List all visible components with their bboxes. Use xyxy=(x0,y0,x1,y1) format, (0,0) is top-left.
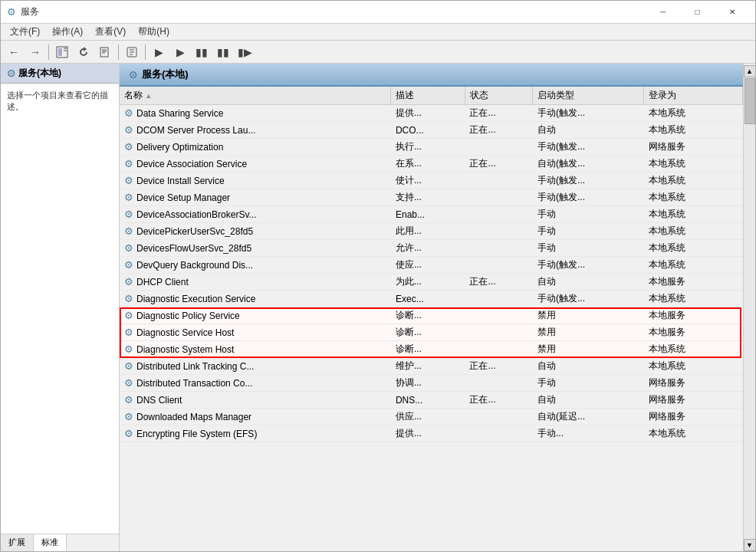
service-startup-cell: 手动(触发... xyxy=(533,139,644,156)
service-login-cell: 本地系统 xyxy=(644,240,743,257)
gear-icon: ⚙ xyxy=(124,175,133,186)
gear-icon: ⚙ xyxy=(124,107,133,119)
col-header-status[interactable]: 状态 xyxy=(465,87,532,105)
forward-button[interactable]: → xyxy=(25,43,45,61)
close-button[interactable]: ✕ xyxy=(715,1,749,24)
export-button[interactable] xyxy=(95,43,115,61)
table-row[interactable]: ⚙ DevicePickerUserSvc_28fd5此用...手动本地系统 xyxy=(120,223,743,240)
service-status-cell: 正在... xyxy=(465,274,532,291)
service-status-cell: 正在... xyxy=(465,392,532,409)
resume-button[interactable]: ▶ xyxy=(170,43,190,61)
table-row[interactable]: ⚙ DCOM Server Process Lau...DCO...正在...自… xyxy=(120,122,743,139)
service-startup-cell: 手动(触发... xyxy=(533,172,644,189)
menu-view[interactable]: 查看(V) xyxy=(89,24,132,40)
service-status-cell xyxy=(465,257,532,274)
service-desc-cell: 协调... xyxy=(391,375,465,392)
service-login-cell: 本地系统 xyxy=(644,291,743,307)
menu-file[interactable]: 文件(F) xyxy=(4,24,46,40)
table-row[interactable]: ⚙ DNS ClientDNS...正在...自动网络服务 xyxy=(120,392,743,409)
service-startup-cell: 自动 xyxy=(533,274,644,291)
service-name-cell: ⚙ Device Setup Manager xyxy=(120,189,391,206)
gear-icon: ⚙ xyxy=(124,394,133,406)
service-icon: ⚙ DevicePickerUserSvc_28fd5 xyxy=(124,225,253,237)
table-row[interactable]: ⚙ Distributed Transaction Co...协调...手动网络… xyxy=(120,375,743,392)
table-row[interactable]: ⚙ DevQuery Background Dis...使应...手动(触发..… xyxy=(120,257,743,274)
scroll-thumb[interactable] xyxy=(744,78,755,124)
show-hide-tree-button[interactable] xyxy=(52,43,72,61)
col-header-name[interactable]: 名称 ▲ xyxy=(120,87,391,105)
window-title: 服务 xyxy=(21,5,39,18)
tab-standard[interactable]: 标准 xyxy=(34,534,67,551)
properties-button[interactable] xyxy=(122,43,142,61)
table-row[interactable]: ⚙ DeviceAssociationBrokerSv...Enab...手动本… xyxy=(120,206,743,223)
service-startup-cell: 手动(触发... xyxy=(533,105,644,122)
service-icon: ⚙ Encrypting File System (EFS) xyxy=(124,428,257,439)
table-row[interactable]: ⚙ DHCP Client为此...正在...自动本地服务 xyxy=(120,274,743,291)
service-status-cell xyxy=(465,189,532,206)
service-desc-cell: 此用... xyxy=(391,223,465,240)
table-row[interactable]: ⚙ Downloaded Maps Manager供应...自动(延迟...网络… xyxy=(120,409,743,426)
service-login-cell: 本地系统 xyxy=(644,223,743,240)
table-row[interactable]: ⚙ Encrypting File System (EFS)提供...手动...… xyxy=(120,426,743,442)
scroll-up-button[interactable]: ▲ xyxy=(744,65,756,77)
toolbar-separator-1 xyxy=(48,44,49,60)
service-icon: ⚙ Diagnostic Policy Service xyxy=(124,310,240,321)
service-name-cell: ⚙ Device Association Service xyxy=(120,156,391,172)
service-desc-cell: 使计... xyxy=(391,172,465,189)
gear-icon: ⚙ xyxy=(124,360,133,372)
table-row[interactable]: ⚙ Diagnostic System Host诊断...禁用本地系统 xyxy=(120,341,743,358)
service-name-cell: ⚙ DNS Client xyxy=(120,392,391,409)
minimize-button[interactable]: ─ xyxy=(646,1,680,24)
col-header-login[interactable]: 登录为 xyxy=(644,87,743,105)
service-icon: ⚙ DevicesFlowUserSvc_28fd5 xyxy=(124,242,251,254)
left-panel-icon: ⊙ xyxy=(7,67,15,79)
table-row[interactable]: ⚙ Device Install Service使计...手动(触发...本地系… xyxy=(120,172,743,189)
table-row[interactable]: ⚙ Data Sharing Service提供...正在...手动(触发...… xyxy=(120,105,743,122)
gear-icon: ⚙ xyxy=(124,124,133,136)
service-desc-cell: 诊断... xyxy=(391,307,465,324)
menu-help[interactable]: 帮助(H) xyxy=(132,24,176,40)
services-table-container[interactable]: 名称 ▲ 描述 状态 启动类型 登录为 ⚙ Data Sharing Servi… xyxy=(120,87,743,551)
table-row[interactable]: ⚙ DevicesFlowUserSvc_28fd5允许...手动本地系统 xyxy=(120,240,743,257)
table-row[interactable]: ⚙ Diagnostic Service Host诊断...禁用本地服务 xyxy=(120,324,743,341)
service-startup-cell: 自动 xyxy=(533,122,644,139)
scroll-down-button[interactable]: ▼ xyxy=(744,539,756,551)
service-login-cell: 网络服务 xyxy=(644,139,743,156)
refresh-button[interactable] xyxy=(74,43,94,61)
right-panel: ⊙ 服务(本地) 名称 ▲ 描述 状态 启动类型 登录为 xyxy=(120,64,743,551)
table-row[interactable]: ⚙ Diagnostic Execution ServiceExec...手动(… xyxy=(120,291,743,307)
table-row[interactable]: ⚙ Delivery Optimization执行...手动(触发...网络服务 xyxy=(120,139,743,156)
pause-button[interactable]: ▮▮ xyxy=(213,43,233,61)
service-startup-cell: 自动(触发... xyxy=(533,156,644,172)
stop-button[interactable]: ▮▮ xyxy=(192,43,212,61)
col-header-startup[interactable]: 启动类型 xyxy=(533,87,644,105)
services-tbody: ⚙ Data Sharing Service提供...正在...手动(触发...… xyxy=(120,105,743,442)
back-button[interactable]: ← xyxy=(4,43,24,61)
service-login-cell: 本地系统 xyxy=(644,122,743,139)
restart-button[interactable]: ▮▶ xyxy=(235,43,255,61)
table-row[interactable]: ⚙ Diagnostic Policy Service诊断...禁用本地服务 xyxy=(120,307,743,324)
table-row[interactable]: ⚙ Device Setup Manager支持...手动(触发...本地系统 xyxy=(120,189,743,206)
service-startup-cell: 自动 xyxy=(533,358,644,375)
toolbar-separator-2 xyxy=(118,44,119,60)
service-status-cell xyxy=(465,426,532,442)
title-bar: ⚙ 服务 ─ □ ✕ xyxy=(1,1,755,24)
gear-icon: ⚙ xyxy=(124,192,133,203)
service-status-cell xyxy=(465,307,532,324)
service-login-cell: 本地服务 xyxy=(644,307,743,324)
service-status-cell: 正在... xyxy=(465,358,532,375)
service-desc-cell: 维护... xyxy=(391,358,465,375)
tab-extend[interactable]: 扩展 xyxy=(1,534,34,551)
start-service-button[interactable]: ▶ xyxy=(149,43,169,61)
service-startup-cell: 自动(延迟... xyxy=(533,409,644,426)
service-name-cell: ⚙ DevicePickerUserSvc_28fd5 xyxy=(120,223,391,240)
table-row[interactable]: ⚙ Distributed Link Tracking C...维护...正在.… xyxy=(120,358,743,375)
service-status-cell xyxy=(465,206,532,223)
menu-action[interactable]: 操作(A) xyxy=(46,24,89,40)
service-login-cell: 网络服务 xyxy=(644,409,743,426)
table-row[interactable]: ⚙ Device Association Service在系...正在...自动… xyxy=(120,156,743,172)
gear-icon: ⚙ xyxy=(124,428,133,439)
col-header-desc[interactable]: 描述 xyxy=(391,87,465,105)
service-icon: ⚙ Delivery Optimization xyxy=(124,141,223,153)
maximize-button[interactable]: □ xyxy=(680,1,715,24)
